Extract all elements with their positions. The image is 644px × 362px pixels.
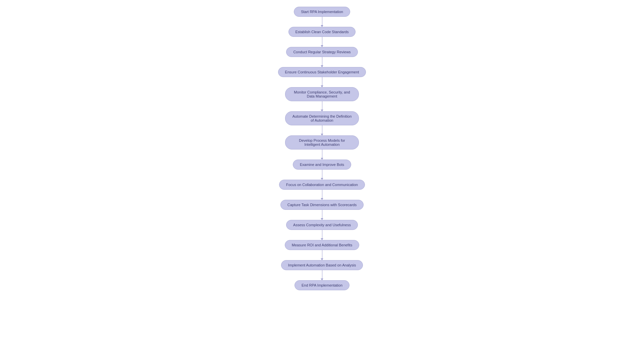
connector-8 — [322, 170, 322, 180]
node-process-models: Develop Process Models for Intelligent A… — [285, 135, 359, 149]
node-clean-code: Establish Clean Code Standards — [288, 27, 356, 37]
connector-10 — [322, 210, 322, 220]
connector-12 — [322, 250, 322, 260]
node-end: End RPA Implementation — [294, 280, 350, 290]
connector-13 — [322, 270, 322, 280]
connector-5 — [322, 101, 322, 111]
connector-4 — [322, 77, 322, 87]
node-start: Start RPA Implementation — [294, 7, 350, 17]
connector-7 — [322, 149, 322, 160]
node-collaboration: Focus on Collaboration and Communication — [279, 180, 365, 190]
node-implement: Implement Automation Based on Analysis — [281, 260, 363, 270]
node-roi: Measure ROI and Additional Benefits — [285, 240, 359, 250]
node-compliance: Monitor Compliance, Security, and Data M… — [285, 87, 359, 101]
node-capture: Capture Task Dimensions with Scorecards — [280, 200, 364, 210]
connector-2 — [322, 37, 322, 47]
node-strategy: Conduct Regular Strategy Reviews — [286, 47, 358, 57]
connector-3 — [322, 57, 322, 67]
flowchart: Start RPA Implementation Establish Clean… — [0, 0, 644, 304]
connector-11 — [322, 230, 322, 240]
connector-6 — [322, 125, 322, 135]
connector-1 — [322, 17, 322, 27]
node-assess: Assess Complexity and Usefulness — [286, 220, 358, 230]
node-examine: Examine and Improve Bots — [293, 160, 351, 170]
node-stakeholder: Ensure Continuous Stakeholder Engagement — [278, 67, 366, 77]
node-automate: Automate Determining the Definition of A… — [285, 111, 359, 125]
connector-9 — [322, 190, 322, 200]
